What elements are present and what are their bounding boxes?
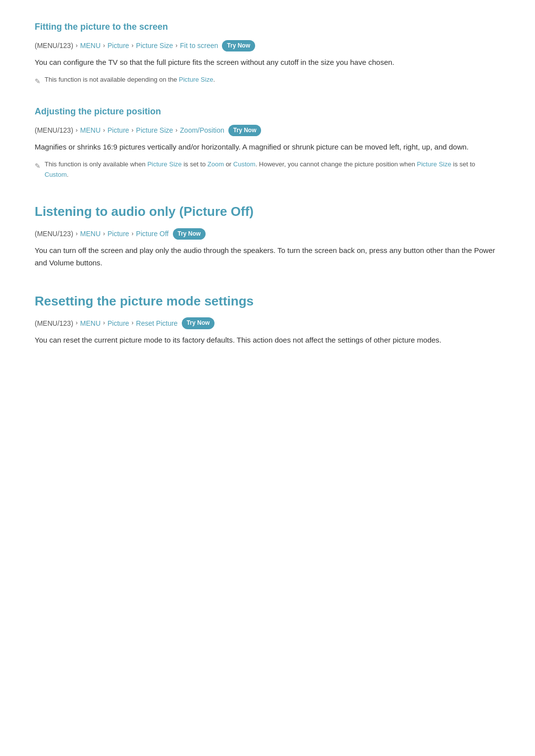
nav-menu123-resetting: (MENU/123) bbox=[35, 318, 73, 329]
pencil-icon-fitting: ✎ bbox=[35, 76, 41, 87]
try-now-badge-listening[interactable]: Try Now bbox=[173, 228, 206, 240]
nav-menu-resetting[interactable]: MENU bbox=[80, 318, 101, 329]
nav-arrow-2: › bbox=[103, 41, 105, 50]
nav-arrow-3: › bbox=[132, 41, 134, 50]
nav-arrow-11: › bbox=[132, 229, 134, 239]
nav-arrow-9: › bbox=[76, 229, 78, 239]
section-title-listening: Listening to audio only (Picture Off) bbox=[35, 202, 500, 222]
nav-path-adjusting: (MENU/123) › MENU › Picture › Picture Si… bbox=[35, 125, 500, 136]
section-listening-audio: Listening to audio only (Picture Off) (M… bbox=[35, 202, 500, 269]
try-now-badge-adjusting[interactable]: Try Now bbox=[228, 125, 262, 136]
nav-picture-listening[interactable]: Picture bbox=[107, 228, 129, 239]
note-text-fitting: This function is not available depending… bbox=[45, 75, 215, 85]
section-title-adjusting: Adjusting the picture position bbox=[35, 104, 500, 119]
nav-menu-adjusting[interactable]: MENU bbox=[80, 125, 101, 136]
nav-arrow-8: › bbox=[175, 126, 177, 135]
nav-arrow-4: › bbox=[175, 41, 177, 50]
nav-path-resetting: (MENU/123) › MENU › Picture › Reset Pict… bbox=[35, 317, 500, 329]
nav-menu-listening[interactable]: MENU bbox=[80, 228, 101, 239]
nav-arrow-10: › bbox=[103, 229, 105, 239]
nav-arrow-7: › bbox=[132, 126, 134, 135]
nav-arrow-5: › bbox=[76, 126, 78, 135]
body-text-listening: You can turn off the screen and play onl… bbox=[35, 245, 500, 269]
note-fitting: ✎ This function is not available dependi… bbox=[35, 75, 500, 87]
nav-picture-resetting[interactable]: Picture bbox=[107, 318, 129, 329]
note-link-picturesize2[interactable]: Picture Size bbox=[417, 160, 451, 168]
body-text-resetting: You can reset the current picture mode t… bbox=[35, 334, 500, 347]
nav-menu123-fitting: (MENU/123) bbox=[35, 40, 73, 51]
nav-zoomposition-adjusting[interactable]: Zoom/Position bbox=[180, 125, 224, 136]
note-link-picturesize-fitting[interactable]: Picture Size bbox=[179, 76, 213, 83]
nav-menu123-adjusting: (MENU/123) bbox=[35, 125, 73, 136]
nav-picture-fitting[interactable]: Picture bbox=[107, 40, 129, 51]
pencil-icon-adjusting: ✎ bbox=[35, 160, 41, 171]
body-text-adjusting: Magnifies or shrinks 16:9 pictures verti… bbox=[35, 141, 500, 153]
note-link-custom1[interactable]: Custom bbox=[233, 160, 256, 168]
nav-picture-adjusting[interactable]: Picture bbox=[107, 125, 129, 136]
note-text-adjusting: This function is only available when Pic… bbox=[45, 159, 500, 180]
nav-arrow-1: › bbox=[76, 41, 78, 50]
nav-menu123-listening: (MENU/123) bbox=[35, 228, 73, 239]
try-now-badge-fitting[interactable]: Try Now bbox=[222, 40, 255, 51]
nav-path-listening: (MENU/123) › MENU › Picture › Picture Of… bbox=[35, 228, 500, 240]
nav-resetpicture-resetting[interactable]: Reset Picture bbox=[136, 318, 178, 329]
nav-menu-fitting[interactable]: MENU bbox=[80, 40, 101, 51]
nav-picturesize-fitting[interactable]: Picture Size bbox=[136, 40, 173, 51]
note-link-zoom[interactable]: Zoom bbox=[208, 160, 224, 168]
nav-picturesize-adjusting[interactable]: Picture Size bbox=[136, 125, 173, 136]
nav-path-fitting: (MENU/123) › MENU › Picture › Picture Si… bbox=[35, 40, 500, 51]
nav-arrow-12: › bbox=[76, 318, 78, 328]
nav-arrow-6: › bbox=[103, 126, 105, 135]
note-link-picturesize1[interactable]: Picture Size bbox=[147, 160, 181, 168]
nav-arrow-13: › bbox=[103, 318, 105, 328]
section-resetting-picture: Resetting the picture mode settings (MEN… bbox=[35, 291, 500, 347]
note-adjusting: ✎ This function is only available when P… bbox=[35, 159, 500, 180]
section-fitting-picture: Fitting the picture to the screen (MENU/… bbox=[35, 20, 500, 87]
nav-pictureoff-listening[interactable]: Picture Off bbox=[136, 228, 169, 239]
section-title-fitting: Fitting the picture to the screen bbox=[35, 20, 500, 34]
nav-arrow-14: › bbox=[132, 318, 134, 328]
page-content: Fitting the picture to the screen (MENU/… bbox=[35, 20, 500, 346]
section-adjusting-position: Adjusting the picture position (MENU/123… bbox=[35, 104, 500, 180]
section-title-resetting: Resetting the picture mode settings bbox=[35, 291, 500, 312]
nav-fittoscreen-fitting[interactable]: Fit to screen bbox=[180, 40, 218, 51]
try-now-badge-resetting[interactable]: Try Now bbox=[182, 317, 215, 329]
body-text-fitting: You can configure the TV so that the ful… bbox=[35, 56, 500, 69]
note-link-custom2[interactable]: Custom bbox=[45, 171, 67, 178]
